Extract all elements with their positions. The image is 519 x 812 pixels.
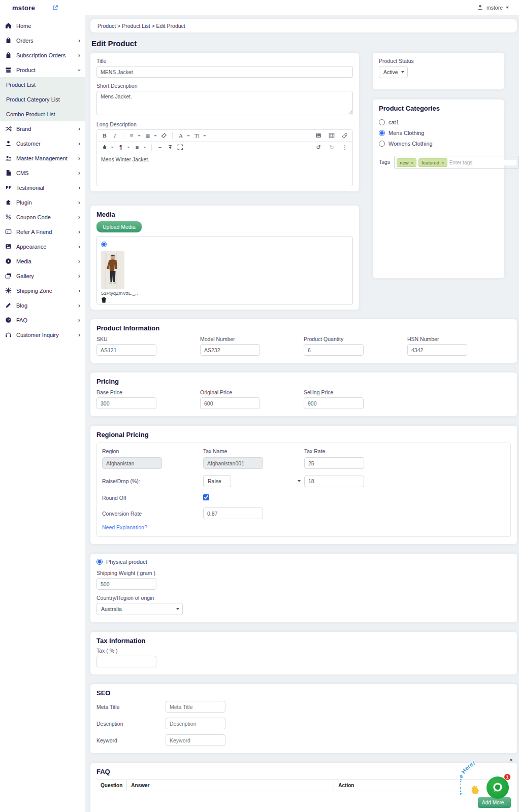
shipping-weight-input[interactable]	[96, 578, 156, 590]
sidebar-subitem-product-list[interactable]: Product List	[0, 77, 85, 92]
model-number-label: Model Number	[200, 336, 304, 342]
category-option[interactable]: Womens Clothing	[379, 141, 498, 147]
regional-pricing-box: Region Tax Name Tax Rate Raise/Drop (%):…	[96, 443, 511, 537]
caret-down-icon[interactable]	[138, 135, 141, 137]
physical-product-radio[interactable]	[96, 559, 103, 565]
sidebar-item-product[interactable]: Product ›	[0, 62, 85, 77]
align-button[interactable]: ≡	[133, 143, 142, 152]
category-radio[interactable]	[379, 130, 385, 136]
tax-rate-input[interactable]	[304, 457, 364, 469]
sidebar-item-gallery[interactable]: Gallery ›	[0, 268, 85, 283]
category-radio[interactable]	[379, 119, 385, 125]
product-categories-title: Product Categories	[379, 105, 498, 112]
sidebar-item-subscription-orders[interactable]: Subscription Orders ›	[0, 48, 85, 62]
bullet-list-button[interactable]: ≡	[127, 131, 136, 140]
insert-link-button[interactable]	[340, 131, 349, 140]
hsn-number-input[interactable]	[407, 344, 467, 356]
sidebar-item-blog[interactable]: Blog ›	[0, 298, 85, 313]
short-description-textarea[interactable]: Mens Jacket.	[96, 91, 353, 115]
sidebar-subitem-combo-product-list[interactable]: Combo Product List	[0, 107, 85, 121]
long-description-content[interactable]: Mens Winter Jacket.	[97, 153, 352, 186]
meta-title-input[interactable]	[166, 701, 225, 713]
sidebar-item-coupon-code[interactable]: Coupon Code ›	[0, 210, 85, 224]
horizontal-rule-button[interactable]: −	[155, 143, 165, 152]
caret-down-icon[interactable]	[111, 147, 114, 148]
tags-input[interactable]	[449, 160, 516, 165]
fullscreen-button[interactable]	[176, 143, 185, 152]
text-color-droplet-button[interactable]	[100, 143, 109, 152]
caret-down-icon[interactable]	[203, 135, 206, 137]
sidebar-item-label: FAQ	[16, 317, 27, 323]
category-option[interactable]: Mens Clothing	[379, 130, 498, 136]
user-menu[interactable]: mstore	[477, 4, 509, 12]
insert-table-button[interactable]	[327, 131, 336, 140]
caret-down-icon[interactable]	[187, 135, 190, 137]
caret-down-icon[interactable]	[154, 135, 157, 137]
tag-remove-icon[interactable]: ×	[411, 160, 414, 165]
title-input[interactable]	[96, 66, 353, 78]
trash-icon[interactable]	[101, 297, 107, 303]
sidebar-item-master-management[interactable]: Master Management ›	[0, 151, 85, 165]
keyword-input[interactable]	[166, 734, 225, 746]
selling-price-input[interactable]	[304, 397, 364, 409]
category-radio[interactable]	[379, 141, 385, 147]
product-quantity-input[interactable]	[304, 344, 364, 356]
tax-information-card: Tax Information Tax ( % )	[90, 632, 517, 674]
sidebar-item-testimonial[interactable]: Testimonial ›	[0, 180, 85, 195]
sku-input[interactable]	[96, 344, 156, 356]
media-thumbnail[interactable]	[101, 251, 124, 289]
sidebar-item-appearance[interactable]: Appearance ›	[0, 239, 85, 254]
numbered-list-button[interactable]: ≣	[143, 131, 152, 140]
external-link-icon[interactable]	[52, 5, 58, 11]
product-status-select[interactable]: Active	[379, 66, 408, 78]
upload-media-button[interactable]: Upload Media	[96, 221, 142, 232]
insert-image-button[interactable]	[314, 131, 323, 140]
more-options-button[interactable]: ⋮	[340, 143, 349, 152]
italic-button[interactable]: I	[110, 131, 119, 140]
seo-description-input[interactable]	[166, 718, 225, 729]
sidebar-item-customer-inquiry[interactable]: Customer Inquiry ›	[0, 327, 85, 342]
eraser-button[interactable]	[159, 131, 169, 140]
chevron-right-icon: ›	[78, 170, 80, 176]
sidebar-item-faq[interactable]: ? FAQ ›	[0, 313, 85, 327]
sidebar-subitem-product-category-list[interactable]: Product Category List	[0, 92, 85, 107]
raise-drop-select[interactable]: Raise	[203, 475, 231, 487]
conversion-rate-input[interactable]	[203, 507, 263, 519]
text-size-button[interactable]: Tl	[192, 131, 202, 140]
caret-down-icon[interactable]	[127, 147, 130, 148]
bold-button[interactable]: B	[100, 131, 109, 140]
round-off-checkbox[interactable]	[203, 494, 209, 500]
tags-input-box[interactable]: new × featured ×	[394, 156, 518, 169]
sidebar-item-refer-a-friend[interactable]: Refer A Friend ›	[0, 224, 85, 239]
raise-drop-input[interactable]	[304, 476, 364, 487]
tag-remove-icon[interactable]: ×	[441, 160, 444, 165]
redo-button[interactable]: ↻	[327, 143, 336, 152]
original-price-input[interactable]	[200, 397, 260, 409]
sidebar-item-plugin[interactable]: Plugin ›	[0, 195, 85, 210]
sidebar-item-cms[interactable]: CMS ›	[0, 165, 85, 180]
paragraph-button[interactable]: ¶	[116, 143, 125, 152]
category-option[interactable]: cat1	[379, 119, 498, 125]
sidebar-item-label: Orders	[16, 38, 34, 44]
caret-down-icon[interactable]	[143, 147, 146, 148]
undo-button[interactable]: ↺	[314, 143, 323, 152]
need-explanation-link[interactable]: Need Explanation?	[102, 524, 147, 530]
sidebar-item-media[interactable]: Media ›	[0, 254, 85, 268]
media-primary-radio[interactable]	[101, 242, 107, 247]
sidebar-item-customer[interactable]: Customer ›	[0, 136, 85, 151]
tax-percent-input[interactable]	[96, 656, 156, 667]
sidebar-item-home[interactable]: Home	[0, 18, 85, 33]
sidebar-item-shipping-zone[interactable]: Shipping Zone ›	[0, 283, 85, 298]
physical-product-option[interactable]: Physical product	[96, 559, 511, 565]
close-icon[interactable]: ×	[509, 757, 513, 763]
origin-select[interactable]: Australia	[96, 603, 183, 615]
model-number-input[interactable]	[200, 344, 260, 356]
clear-format-button[interactable]: Ŧ	[166, 143, 175, 152]
base-price-input[interactable]	[96, 397, 156, 409]
user-name: mstore	[486, 5, 503, 11]
selling-price-label: Selling Price	[304, 389, 407, 395]
gear-icon	[5, 287, 12, 294]
sidebar-item-orders[interactable]: Orders ›	[0, 33, 85, 48]
font-color-button[interactable]: A	[176, 131, 185, 140]
sidebar-item-brand[interactable]: Brand ›	[0, 121, 85, 136]
